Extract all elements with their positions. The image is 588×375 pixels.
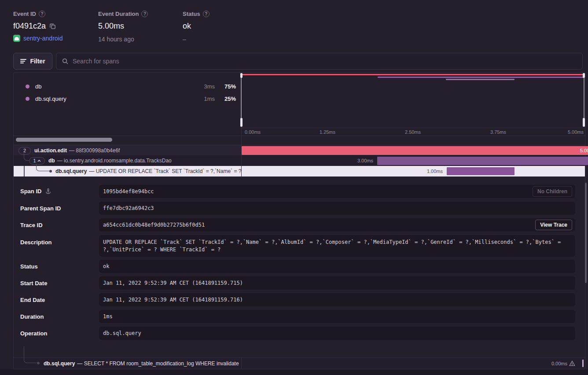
detail-label: Status: [20, 263, 38, 270]
trace-id-value: a654cc61dc0b48ef9d0b27275b6f0d51: [99, 218, 575, 232]
minimap-span-ui-action-edit: [242, 74, 585, 75]
span-op: db.sql.query: [55, 168, 87, 174]
axis-tick: 1.25ms: [320, 129, 335, 135]
tree-connector: [36, 164, 49, 171]
span-desc: — UPDATE OR REPLACE `Track` SET `TrackId…: [89, 168, 241, 174]
filter-button-label: Filter: [30, 58, 45, 65]
axis-tick: 0.00ms: [245, 129, 261, 135]
status-block: Status ? ok –: [183, 11, 209, 43]
minimap-right-handle-cap[interactable]: [583, 118, 585, 127]
warning-icon[interactable]: [569, 360, 575, 366]
tree-dot-icon: [37, 362, 40, 364]
legend-row-db[interactable]: db 3ms 75%: [19, 80, 236, 92]
span-bar-duration: 3.00ms: [357, 156, 373, 165]
span-bar-red[interactable]: 5.00ms: [242, 146, 588, 155]
help-icon[interactable]: ?: [39, 11, 45, 17]
tree-connector: [24, 346, 37, 363]
minimap-span-db-sql-query: [446, 79, 514, 80]
anchor-icon[interactable]: [45, 188, 51, 195]
help-icon[interactable]: ?: [203, 11, 209, 17]
end-date-value: Jan 11, 2022 9:52:39 AM CET (1641891159.…: [99, 293, 575, 306]
tree-connector: [24, 166, 25, 176]
legend-duration: 1ms: [195, 96, 215, 102]
legend-percent: 75%: [215, 83, 236, 90]
event-duration-value: 5.00ms: [98, 22, 124, 31]
span-id-value-box: 1095bd4ef8e94bcc No Children: [99, 185, 575, 198]
minimap-left-handle-cap[interactable]: [240, 73, 243, 78]
minimap-left-handle-cap[interactable]: [240, 118, 243, 127]
operation-value-box: db.sql.query: [99, 327, 575, 340]
detail-label: Parent Span ID: [20, 205, 61, 212]
axis-top-border: [241, 128, 585, 128]
filter-icon: [20, 59, 26, 64]
legend-dot-icon: [26, 97, 29, 101]
legend-row-db-sql-query[interactable]: db.sql.query 1ms 25%: [19, 92, 236, 105]
span-op: db: [48, 158, 55, 164]
span-op: db.sql.query: [44, 360, 75, 367]
children-count: 1: [33, 158, 36, 163]
event-id-label: Event ID: [13, 11, 36, 17]
span-bar-light-purple[interactable]: [447, 167, 514, 175]
detail-label: End Date: [20, 297, 45, 303]
trace-id-value-box: a654cc61dc0b48ef9d0b27275b6f0d51 View Tr…: [99, 218, 575, 232]
span-bar-zero-duration: [582, 360, 584, 367]
span-detail-page: Event ID ? f0491c2a sentry-android Event…: [0, 0, 588, 375]
status-value-box: ok: [99, 260, 575, 273]
detail-label: Operation: [20, 330, 47, 337]
axis-tick: 2.50ms: [405, 129, 421, 135]
search-input[interactable]: [73, 58, 577, 65]
copy-icon[interactable]: [49, 23, 56, 29]
tree-dot-icon: [49, 170, 52, 173]
legend-dot-icon: [26, 85, 29, 88]
tree-connector: [24, 153, 29, 161]
help-icon[interactable]: ?: [141, 11, 148, 17]
status-value: ok: [183, 22, 191, 31]
operation-value: db.sql.query: [99, 327, 575, 340]
event-id-block: Event ID ? f0491c2a sentry-android: [13, 11, 63, 42]
divider-line: [13, 136, 585, 136]
event-id-value: f0491c2a: [13, 22, 46, 31]
span-bar-duration: 0.00ms: [551, 359, 567, 368]
event-time-ago: 14 hours ago: [98, 36, 148, 43]
end-date-value-box: Jan 11, 2022 9:52:39 AM CET (1641891159.…: [99, 293, 575, 306]
panel-divider: [241, 358, 242, 369]
panel-divider: [241, 145, 242, 176]
parent-span-id-value-box: ffe7dbc92a6942c3: [99, 202, 575, 215]
span-row-db[interactable]: 1 db— io.sentry.android.roomsample.data.…: [14, 155, 585, 166]
detail-label: Trace ID: [20, 222, 43, 228]
span-bar-purple[interactable]: [377, 157, 588, 165]
span-desc: — io.sentry.android.roomsample.data.Trac…: [57, 158, 172, 164]
minimap-right-handle-cap[interactable]: [583, 73, 585, 78]
parent-span-id-value: ffe7dbc92a6942c3: [99, 202, 575, 215]
axis-tick: 5.00ms: [568, 129, 584, 135]
legend-op-name: db.sql.query: [35, 96, 195, 102]
no-children-badge: No Children: [533, 186, 572, 197]
span-children-badge[interactable]: 1: [29, 157, 45, 165]
span-row-ui-action-edit[interactable]: 2 ui.action.edit— 88f300998a0b4e6f 5.00m…: [14, 145, 585, 155]
start-date-value: Jan 11, 2022 9:52:39 AM CET (1641891159.…: [99, 276, 575, 290]
details-scrollbar[interactable]: [585, 183, 587, 283]
filter-button[interactable]: Filter: [13, 53, 52, 70]
detail-label: Duration: [20, 313, 44, 320]
span-row-db-sql-query-select[interactable]: db.sql.query— SELECT * FROM room_table_m…: [14, 358, 585, 369]
duration-value: 1ms: [99, 310, 575, 323]
minimap-span-db: [378, 77, 584, 78]
span-bar-duration: 5.00ms: [580, 146, 588, 155]
description-value-box: UPDATE OR REPLACE `Track` SET `TrackId` …: [99, 235, 575, 257]
detail-label: Description: [20, 239, 52, 246]
description-value: UPDATE OR REPLACE `Track` SET `TrackId` …: [99, 235, 575, 257]
detail-label: Span ID: [20, 188, 41, 195]
legend-op-name: db: [35, 83, 195, 90]
children-count: 2: [23, 148, 26, 153]
detail-label: Start Date: [20, 280, 47, 287]
axis-tick: 3.75ms: [490, 129, 506, 135]
span-row-db-sql-query-selected[interactable]: db.sql.query— UPDATE OR REPLACE `Track` …: [14, 166, 585, 176]
span-desc: — SELECT * FROM room_table_modification_…: [77, 360, 239, 367]
horizontal-scrollbar[interactable]: [16, 138, 112, 142]
project-link[interactable]: sentry-android: [23, 35, 63, 42]
view-trace-button[interactable]: View Trace: [535, 220, 572, 230]
status-label: Status: [183, 11, 200, 17]
duration-value-box: 1ms: [99, 310, 575, 323]
legend-duration: 3ms: [195, 83, 215, 90]
event-duration-block: Event Duration ? 5.00ms 14 hours ago: [98, 11, 148, 43]
